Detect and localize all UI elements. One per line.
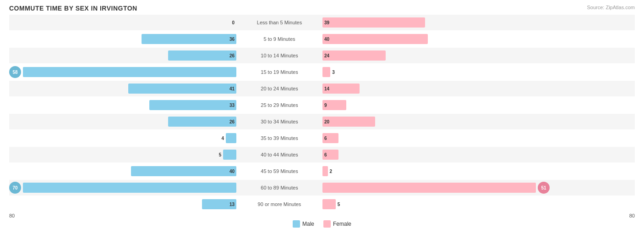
left-side: 36 [9, 31, 238, 47]
bar-male: 26 [168, 117, 237, 127]
bar-female: 24 [322, 50, 386, 61]
table-row: 435 to 39 Minutes6 [9, 130, 635, 146]
table-row: 365 to 9 Minutes40 [9, 31, 635, 47]
legend-male-label: Male [302, 221, 314, 227]
bar-female: 39 [322, 17, 425, 28]
bar-male-value: 33 [229, 103, 235, 108]
table-row: 3325 to 29 Minutes9 [9, 97, 635, 113]
bar-female-value: 9 [324, 103, 327, 108]
right-side: 14 [321, 81, 550, 96]
legend: Male Female [9, 220, 635, 228]
row-label: 5 to 9 Minutes [238, 36, 321, 42]
right-side: 2 [321, 163, 550, 179]
bar-male: 13 [202, 199, 236, 209]
bar-female: 6 [322, 133, 338, 143]
bar-female-value: 6 [324, 136, 327, 141]
left-side: 13 [9, 196, 238, 212]
left-side: 70 [9, 180, 238, 195]
right-side: 24 [321, 48, 550, 63]
bar-male [23, 183, 236, 193]
right-side: 6 [321, 130, 550, 146]
right-side: 6 [321, 147, 550, 162]
bar-male-value: 0 [232, 20, 235, 25]
right-side: 9 [321, 97, 550, 113]
bar-male-value-badge: 70 [9, 182, 21, 194]
bar-male: 33 [149, 100, 236, 110]
bars-area: 0Less than 5 Minutes39365 to 9 Minutes40… [9, 15, 635, 212]
bar-male-value: 26 [229, 119, 235, 124]
row-label: 20 to 24 Minutes [238, 86, 321, 91]
row-label: 30 to 34 Minutes [238, 119, 321, 124]
table-row: 0Less than 5 Minutes39 [9, 15, 635, 30]
bar-female: 6 [322, 150, 338, 160]
source-text: Source: ZipAtlas.com [587, 5, 635, 10]
right-side: 20 [321, 114, 550, 129]
right-side: 3 [321, 64, 550, 80]
table-row: 4045 to 59 Minutes2 [9, 163, 635, 179]
table-row: 2610 to 14 Minutes24 [9, 48, 635, 63]
bar-male: 36 [142, 34, 236, 44]
bar-female: 14 [322, 84, 360, 94]
bar-male: 41 [128, 84, 236, 94]
bar-female [322, 166, 328, 176]
bar-female-value: 39 [324, 20, 329, 25]
bar-male: 26 [168, 50, 237, 61]
left-side: 0 [9, 15, 238, 30]
left-side: 26 [9, 48, 238, 63]
legend-female: Female [323, 220, 351, 228]
row-label: 45 to 59 Minutes [238, 168, 321, 174]
row-label: Less than 5 Minutes [238, 20, 321, 25]
left-side: 26 [9, 114, 238, 129]
row-label: 10 to 14 Minutes [238, 53, 321, 58]
left-side: 5 [9, 147, 238, 162]
bar-male [223, 150, 236, 160]
bar-female-value: 20 [324, 119, 329, 124]
left-side: 40 [9, 163, 238, 179]
bar-male-value: 36 [229, 37, 235, 42]
bar-female [322, 183, 536, 193]
bar-male-value: 5 [219, 152, 222, 157]
left-side: 41 [9, 81, 238, 96]
bar-male [226, 133, 236, 143]
table-row: 7060 to 89 Minutes51 [9, 180, 635, 195]
row-label: 40 to 44 Minutes [238, 152, 321, 157]
bar-male: 40 [131, 166, 236, 176]
bar-female: 40 [322, 34, 428, 44]
bar-female-value: 5 [338, 202, 340, 207]
bar-female: 9 [322, 100, 346, 110]
table-row: 540 to 44 Minutes6 [9, 147, 635, 162]
table-row: 1390 or more Minutes5 [9, 196, 635, 212]
axis-labels: 80 80 [9, 213, 635, 218]
bar-male-value: 26 [229, 53, 235, 58]
bar-male-value: 40 [229, 169, 235, 174]
legend-female-box [323, 220, 331, 228]
bar-female [322, 67, 330, 77]
row-label: 60 to 89 Minutes [238, 185, 321, 190]
bar-female-value: 24 [324, 53, 329, 58]
bar-female-value: 2 [330, 169, 333, 174]
chart-title: COMMUTE TIME BY SEX IN IRVINGTON [9, 5, 635, 12]
axis-label-left: 80 [9, 213, 15, 218]
legend-female-label: Female [333, 221, 351, 227]
table-row: 4120 to 24 Minutes14 [9, 81, 635, 96]
right-side: 5 [321, 196, 550, 212]
bar-female-value-badge: 51 [538, 182, 550, 194]
bar-male-value-badge: 58 [9, 66, 21, 78]
legend-male-box [293, 220, 300, 228]
right-side: 39 [321, 15, 550, 30]
chart-container: COMMUTE TIME BY SEX IN IRVINGTON Source:… [0, 0, 644, 240]
right-side: 51 [321, 180, 550, 195]
bar-female-value: 40 [324, 37, 329, 42]
left-side: 33 [9, 97, 238, 113]
row-label: 15 to 19 Minutes [238, 69, 321, 75]
legend-male: Male [293, 220, 314, 228]
bar-female-value: 14 [324, 86, 329, 91]
left-side: 58 [9, 64, 238, 80]
bar-male-value: 4 [221, 136, 224, 141]
row-label: 90 or more Minutes [238, 201, 321, 207]
bar-female: 20 [322, 117, 375, 127]
bar-male-value: 41 [229, 86, 235, 91]
table-row: 5815 to 19 Minutes3 [9, 64, 635, 80]
bar-male-value: 13 [229, 202, 235, 207]
row-label: 25 to 29 Minutes [238, 102, 321, 108]
